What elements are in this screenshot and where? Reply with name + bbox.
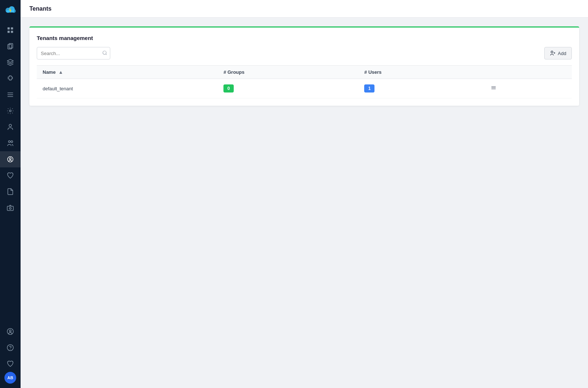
sidebar-item-reports[interactable] <box>0 87 21 103</box>
sidebar-item-tasks[interactable] <box>0 54 21 70</box>
tag-icon <box>7 59 14 66</box>
search-icon <box>102 50 107 55</box>
col-name[interactable]: Name ▲ <box>37 66 218 79</box>
table-row: default_tenant 0 1 <box>37 79 572 98</box>
search-input[interactable] <box>37 47 110 59</box>
svg-point-23 <box>10 330 11 332</box>
svg-line-27 <box>106 54 107 55</box>
svg-point-21 <box>10 207 11 209</box>
toolbar: Add <box>37 47 572 59</box>
page-title: Tenants <box>29 6 51 12</box>
tenants-card: Tenants management Add <box>29 26 579 106</box>
top-bar: Tenants <box>21 0 588 18</box>
sidebar: AB <box>0 0 21 388</box>
col-groups: # Groups <box>218 66 358 79</box>
svg-rect-5 <box>8 28 10 30</box>
sidebar-status-health[interactable] <box>0 356 21 372</box>
sidebar-profile[interactable] <box>0 323 21 340</box>
avatar[interactable]: AB <box>4 372 16 384</box>
svg-rect-32 <box>491 87 496 88</box>
copy-icon <box>7 43 14 50</box>
svg-point-19 <box>10 158 11 160</box>
svg-rect-7 <box>8 31 10 33</box>
col-users: # Users <box>358 66 483 79</box>
sidebar-item-documents[interactable] <box>0 38 21 54</box>
grid-icon <box>7 26 14 34</box>
add-person-icon <box>550 50 556 56</box>
tenant-users: 1 <box>358 79 483 98</box>
file-icon <box>7 188 14 195</box>
svg-rect-20 <box>7 206 14 211</box>
sidebar-item-integrations[interactable] <box>0 70 21 87</box>
sidebar-item-tenants[interactable] <box>0 151 21 167</box>
svg-rect-33 <box>491 89 496 89</box>
help-icon <box>7 344 14 351</box>
logo-icon <box>4 4 16 16</box>
person-icon <box>7 123 14 131</box>
svg-rect-6 <box>11 28 13 30</box>
svg-point-26 <box>103 51 106 54</box>
svg-point-15 <box>9 124 12 127</box>
search-button[interactable] <box>102 50 107 57</box>
sidebar-item-groups[interactable] <box>0 135 21 151</box>
tenant-actions <box>483 79 572 98</box>
table-body: default_tenant 0 1 <box>37 79 572 98</box>
puzzle-icon <box>7 75 14 82</box>
status-heart-icon <box>7 360 14 367</box>
sidebar-bottom: AB <box>0 323 21 388</box>
camera-icon <box>7 204 14 211</box>
tenants-table: Name ▲ # Groups # Users default_tenant 0 <box>37 65 572 98</box>
svg-point-14 <box>10 110 11 112</box>
svg-rect-8 <box>11 31 13 33</box>
add-button-label: Add <box>558 51 566 56</box>
users-badge: 1 <box>364 84 374 93</box>
logo[interactable] <box>0 0 21 21</box>
sort-asc-icon: ▲ <box>58 69 63 75</box>
heart-icon <box>7 172 14 179</box>
sidebar-item-files[interactable] <box>0 184 21 200</box>
table-header: Name ▲ # Groups # Users <box>37 66 572 79</box>
tenant-name: default_tenant <box>37 79 218 98</box>
sidebar-item-dashboard[interactable] <box>0 22 21 38</box>
sidebar-item-settings[interactable] <box>0 103 21 119</box>
search-container <box>37 47 110 59</box>
svg-rect-31 <box>491 86 496 87</box>
groups-badge: 0 <box>223 84 234 93</box>
sidebar-item-camera[interactable] <box>0 200 21 216</box>
content-area: Tenants management Add <box>21 18 588 388</box>
svg-point-18 <box>8 157 13 162</box>
svg-point-22 <box>7 329 14 335</box>
gear-icon <box>7 107 14 115</box>
card-title: Tenants management <box>37 35 572 41</box>
svg-point-17 <box>11 141 13 142</box>
sidebar-item-user[interactable] <box>0 119 21 135</box>
add-tenant-button[interactable]: Add <box>544 47 572 59</box>
col-actions <box>483 66 572 79</box>
hamburger-icon <box>491 85 496 91</box>
svg-point-24 <box>7 345 14 351</box>
list-icon <box>7 91 14 98</box>
tenant-groups: 0 <box>218 79 358 98</box>
people-icon <box>7 139 14 147</box>
sidebar-help[interactable] <box>0 340 21 356</box>
svg-point-25 <box>10 349 11 349</box>
svg-point-28 <box>551 51 553 53</box>
svg-point-16 <box>8 141 10 142</box>
tenant-menu-button[interactable] <box>489 83 498 94</box>
main-content: Tenants Tenants management A <box>21 0 588 388</box>
sidebar-item-health[interactable] <box>0 167 21 184</box>
tenants-icon <box>7 156 14 163</box>
profile-icon <box>7 328 14 335</box>
